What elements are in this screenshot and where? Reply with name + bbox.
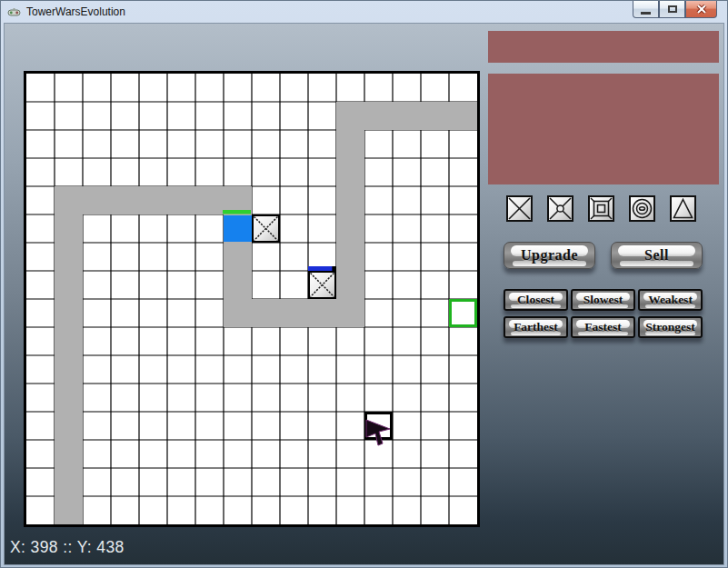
titlebar[interactable]: TowerWarsEvolution <box>1 1 727 23</box>
window-title: TowerWarsEvolution <box>26 5 125 18</box>
x-tower-icon <box>508 197 531 220</box>
maximize-icon <box>668 5 677 13</box>
targeting-button-slowest[interactable]: Slowest <box>571 289 635 311</box>
tower-button-nested-square[interactable] <box>588 195 614 222</box>
minimize-icon <box>641 12 651 15</box>
rings-tower-icon <box>631 197 653 220</box>
x-circle-tower-icon <box>549 197 572 220</box>
enemy-path <box>336 102 477 130</box>
targeting-button-fastest[interactable]: Fastest <box>571 316 635 338</box>
targeting-button-weakest[interactable]: Weakest <box>638 289 703 311</box>
game-client-area: Upgrade Sell Closest Slowest Weakest Far… <box>4 23 724 565</box>
tower-button-x[interactable] <box>506 195 533 222</box>
game-board-grid[interactable] <box>24 71 480 527</box>
tower-button-x-circle[interactable] <box>547 195 573 222</box>
maximize-button[interactable] <box>659 1 685 18</box>
enemy-health-bar <box>223 210 251 214</box>
enemy-sprite <box>224 215 252 242</box>
targeting-button-strongest[interactable]: Strongest <box>638 316 703 338</box>
close-icon <box>696 5 707 14</box>
tower-button-rings[interactable] <box>629 195 655 222</box>
tower-charge-bar <box>308 266 332 271</box>
targeting-button-farthest[interactable]: Farthest <box>504 316 568 338</box>
app-icon <box>7 5 21 19</box>
enemy-info-bar <box>488 31 719 63</box>
enemy-path <box>336 102 364 327</box>
enemy-path <box>55 186 252 214</box>
tower-info-panel <box>488 74 719 184</box>
minimize-button[interactable] <box>633 1 659 18</box>
close-button[interactable] <box>685 1 717 18</box>
targeting-button-closest[interactable]: Closest <box>504 289 568 311</box>
mouse-coords-readout: X: 398 :: Y: 438 <box>10 538 125 557</box>
tower-selection-row <box>506 195 696 222</box>
app-window: TowerWarsEvolution <box>0 0 728 568</box>
triangle-tower-icon <box>672 197 694 220</box>
sell-button[interactable]: Sell <box>611 242 703 269</box>
tower-button-triangle[interactable] <box>670 195 696 222</box>
upgrade-button[interactable]: Upgrade <box>504 242 595 269</box>
nested-square-tower-icon <box>590 197 613 220</box>
enemy-path <box>55 186 83 524</box>
window-controls <box>633 1 717 18</box>
